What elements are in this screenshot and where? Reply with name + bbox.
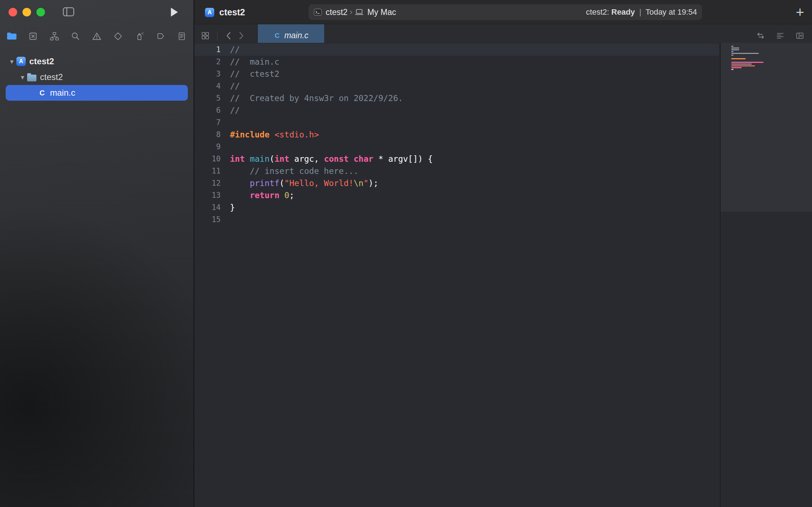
code-text: // <box>230 81 240 91</box>
code-line[interactable]: 15 <box>194 214 719 226</box>
source-control-icon[interactable] <box>27 30 39 42</box>
line-number[interactable]: 12 <box>194 179 222 187</box>
c-file-icon <box>38 88 46 98</box>
scheme-destination-menu[interactable]: My Mac <box>355 7 396 17</box>
status-time: Today at 19:54 <box>646 7 697 16</box>
code-lines: 1//2// main.c3// ctest24//5// Created by… <box>194 43 719 226</box>
line-number[interactable]: 13 <box>194 191 222 200</box>
disclosure-chevron-icon[interactable]: ▾ <box>18 73 27 81</box>
status-project: ctest2: <box>586 7 609 16</box>
code-line[interactable]: 10int main(int argc, const char * argv[]… <box>194 153 719 165</box>
code-line[interactable]: 9 <box>194 141 719 153</box>
line-number[interactable]: 4 <box>194 82 222 90</box>
zoom-window-button[interactable] <box>36 8 45 16</box>
code-line[interactable]: 11 // insert code here... <box>194 165 719 177</box>
line-number[interactable]: 8 <box>194 130 222 139</box>
code-line[interactable]: 12 printf("Hello, World!\n"); <box>194 177 719 189</box>
tree-item-label: main.c <box>50 88 75 98</box>
library-add-button[interactable]: + <box>796 4 804 21</box>
titlebar-left <box>0 0 194 24</box>
editor-options-icon[interactable] <box>776 31 785 40</box>
minimize-window-button[interactable] <box>22 8 31 16</box>
breakpoint-navigator-icon[interactable] <box>155 30 167 42</box>
scheme-separator-chevron: › <box>347 7 354 17</box>
symbols-icon[interactable] <box>48 30 60 42</box>
status-state: Ready <box>611 7 635 16</box>
code-line[interactable]: 2// main.c <box>194 56 719 68</box>
code-line[interactable]: 3// ctest2 <box>194 68 719 80</box>
code-review-icon[interactable] <box>756 31 766 40</box>
toggle-sidebar-icon[interactable] <box>63 7 74 16</box>
issue-navigator-icon[interactable] <box>91 30 103 42</box>
tree-item-label: ctest2 <box>29 56 54 66</box>
close-window-button[interactable] <box>9 8 17 16</box>
code-line[interactable]: 13 return 0; <box>194 189 719 201</box>
line-number[interactable]: 9 <box>194 142 222 151</box>
test-navigator-icon[interactable] <box>112 30 124 42</box>
line-number[interactable]: 3 <box>194 70 222 78</box>
c-file-icon <box>274 31 281 40</box>
tree-item-ctest2[interactable]: ▾ctest2 <box>6 69 188 85</box>
tree-item-main.c[interactable]: main.c <box>6 85 188 101</box>
code-line[interactable]: 5// Created by 4nsw3r on 2022/9/26. <box>194 92 719 104</box>
go-back-icon[interactable] <box>225 31 232 40</box>
line-number[interactable]: 11 <box>194 167 222 175</box>
code-text: // Created by 4nsw3r on 2022/9/26. <box>230 94 403 103</box>
code-line[interactable]: 8#include <stdio.h> <box>194 129 719 141</box>
scheme-and-status-bar: ctest2 › My Mac ctest2: Ready | Today at… <box>309 4 702 20</box>
tree-item-label: ctest2 <box>40 72 63 82</box>
scheme-destination-label: My Mac <box>367 7 396 17</box>
line-number[interactable]: 14 <box>194 203 222 212</box>
code-text: int main(int argc, const char * argv[]) … <box>230 154 433 164</box>
line-number[interactable]: 15 <box>194 215 222 224</box>
activity-viewer[interactable]: ctest2: Ready | Today at 19:54 <box>586 7 697 17</box>
line-number[interactable]: 6 <box>194 106 222 115</box>
code-text: printf("Hello, World!\n"); <box>230 179 378 188</box>
project-navigator-icon[interactable] <box>6 30 18 42</box>
line-number[interactable]: 10 <box>194 155 222 163</box>
code-text: // insert code here... <box>230 166 359 176</box>
main-area: ctest2 ctest2 › My Mac ctest2: Ready | T… <box>194 0 812 507</box>
tree-item-ctest2[interactable]: ▾ctest2 <box>6 54 188 69</box>
tabbar-divider <box>217 31 217 40</box>
code-line[interactable]: 1// <box>194 44 719 56</box>
report-navigator-icon[interactable] <box>176 30 188 42</box>
code-text: // main.c <box>230 57 279 66</box>
target-terminal-icon <box>314 8 322 16</box>
project-badge: ctest2 <box>205 7 245 17</box>
code-text: return 0; <box>230 191 294 200</box>
minimap-lines <box>731 46 763 72</box>
code-line[interactable]: 4// <box>194 80 719 92</box>
code-line[interactable]: 6// <box>194 104 719 116</box>
disclosure-chevron-icon[interactable]: ▾ <box>7 57 16 66</box>
code-text: // ctest2 <box>230 69 279 79</box>
scheme-target-label: ctest2 <box>326 7 347 17</box>
show-all-tabs-icon[interactable] <box>201 31 210 40</box>
line-number[interactable]: 7 <box>194 118 222 127</box>
scheme-target-menu[interactable]: ctest2 <box>314 7 347 17</box>
line-number[interactable]: 1 <box>194 45 222 54</box>
code-text: // <box>230 45 240 54</box>
window-title: ctest2 <box>219 7 245 17</box>
navigator-icon-bar <box>0 24 194 48</box>
code-line[interactable]: 7 <box>194 116 719 129</box>
code-text: // <box>230 106 240 115</box>
run-button[interactable] <box>170 7 179 17</box>
toolbar: ctest2 ctest2 › My Mac ctest2: Ready | T… <box>194 0 812 24</box>
xcode-project-icon <box>205 8 214 17</box>
my-mac-laptop-icon <box>355 8 364 16</box>
folder-icon <box>27 75 36 81</box>
code-line[interactable]: 14} <box>194 201 719 214</box>
go-forward-icon[interactable] <box>237 31 245 40</box>
status-separator: | <box>637 7 643 16</box>
tab-label: main.c <box>284 31 309 40</box>
file-tree: ▾ctest2▾ctest2main.c <box>0 48 194 101</box>
line-number[interactable]: 5 <box>194 94 222 102</box>
add-editor-icon[interactable] <box>795 31 805 40</box>
find-navigator-icon[interactable] <box>70 30 82 42</box>
debug-navigator-icon[interactable] <box>133 30 145 42</box>
code-text: #include <stdio.h> <box>230 130 319 139</box>
line-number[interactable]: 2 <box>194 57 222 66</box>
minimap[interactable] <box>720 43 812 507</box>
source-editor[interactable]: 1//2// main.c3// ctest24//5// Created by… <box>194 43 812 507</box>
